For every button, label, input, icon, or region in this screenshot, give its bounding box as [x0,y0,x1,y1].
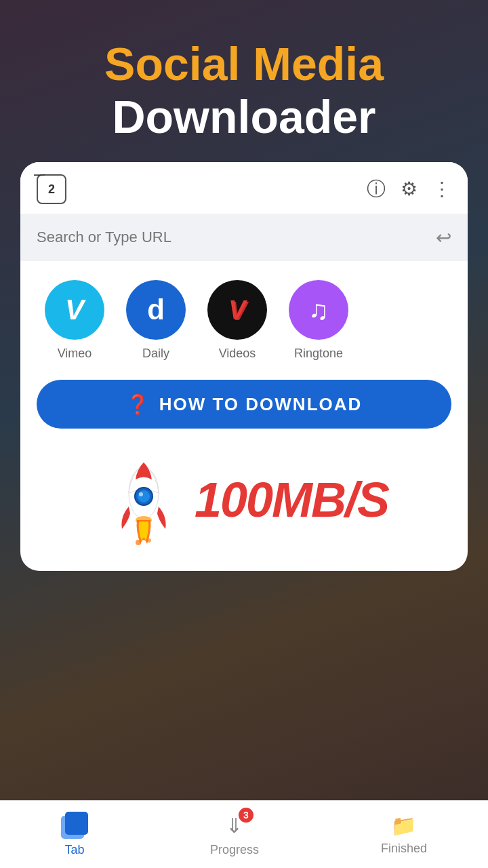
rocket-image [100,456,188,544]
svg-point-2 [138,490,150,502]
music-note-icon: ♫ [308,295,329,326]
progress-badge: 3 [239,808,253,823]
shortcut-ringtone[interactable]: ♫ Ringtone [289,280,348,361]
progress-nav-label: Progress [210,843,259,857]
nav-tab[interactable]: Tab [61,812,88,857]
shortcut-daily[interactable]: d Daily [126,280,186,361]
tab-count-badge[interactable]: 2 [37,174,66,204]
svg-point-6 [147,538,151,542]
bottom-nav: Tab ⇓ 3 Progress 📁 Finished [0,800,488,868]
app-background: Social Media Downloader 2 ⓘ ⚙ ⋮ ↩ V [0,0,488,868]
nav-finished[interactable]: 📁 Finished [381,814,427,856]
finished-folder-icon: 📁 [391,814,416,837]
return-icon[interactable]: ↩ [436,226,451,249]
daily-label: Daily [142,347,169,361]
card-tab-bar: 2 ⓘ ⚙ ⋮ [20,162,468,214]
svg-point-5 [136,540,141,545]
shortcut-videos[interactable]: V Videos [207,280,267,361]
tab-icon [61,812,88,839]
search-input[interactable] [37,229,436,246]
daily-icon-circle: d [126,280,186,340]
shortcut-vimeo[interactable]: V Vimeo [45,280,104,361]
finished-nav-label: Finished [381,842,427,856]
ringtone-icon-circle: ♫ [289,280,348,340]
shortcuts-row: V Vimeo d Daily V Videos ♫ Rin [20,261,468,366]
title-line2: Downloader [104,90,384,143]
speed-section: 100MB/S [20,435,468,551]
videos-icon-circle: V [207,280,267,340]
app-title: Social Media Downloader [104,37,384,143]
svg-point-3 [139,492,143,496]
download-help-icon: ❓ [126,393,150,416]
speed-text: 100MB/S [195,472,388,528]
nav-progress[interactable]: ⇓ 3 Progress [210,812,259,857]
ringtone-label: Ringtone [294,347,343,361]
settings-icon[interactable]: ⚙ [401,180,418,199]
videos-label: Videos [219,347,256,361]
vimeo-icon-circle: V [45,280,104,340]
main-card: 2 ⓘ ⚙ ⋮ ↩ V Vimeo d [20,162,468,571]
search-bar[interactable]: ↩ [20,214,468,261]
tab-nav-label: Tab [64,843,84,857]
download-btn-label: HOW TO DOWNLOAD [159,394,363,415]
progress-icon-wrap: ⇓ 3 [221,812,248,839]
how-to-download-button[interactable]: ❓ HOW TO DOWNLOAD [37,380,451,429]
more-icon[interactable]: ⋮ [432,180,451,199]
card-icons: ⓘ ⚙ ⋮ [367,180,451,199]
vimeo-label: Vimeo [58,347,92,361]
title-line1: Social Media [104,37,384,90]
help-icon[interactable]: ⓘ [367,180,386,199]
